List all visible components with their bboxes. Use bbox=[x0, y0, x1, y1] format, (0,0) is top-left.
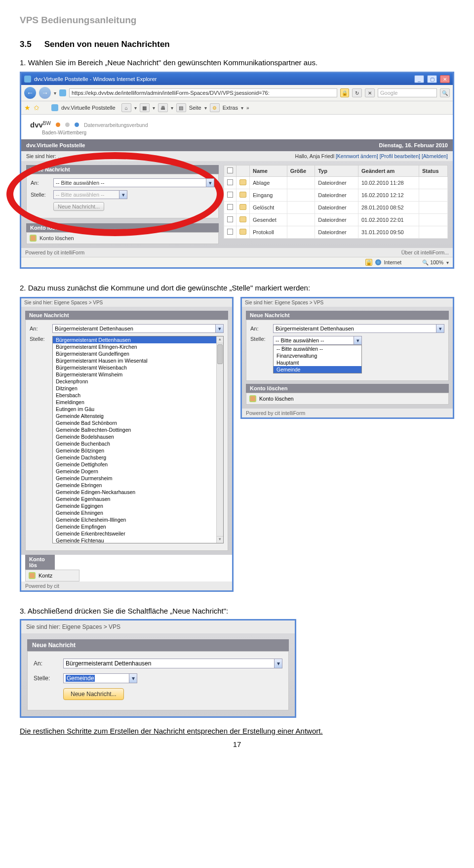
select-an[interactable]: Bürgermeisteramt Dettenhausen ▾ bbox=[273, 324, 444, 333]
dropdown-option[interactable]: Gemeinde Edingen-Neckarhausen bbox=[53, 489, 223, 496]
delete-account-row[interactable]: Konto löschen bbox=[246, 393, 449, 405]
address-bar[interactable]: https://ekp.dvvbw.de/intelliform/admin/i… bbox=[69, 88, 337, 97]
dropdown-option[interactable]: Gemeinde Durmersheim bbox=[53, 475, 223, 482]
dropdown-option[interactable]: Gemeinde Ballrechten-Dottingen bbox=[53, 426, 223, 433]
extras-menu-label[interactable]: Extras bbox=[223, 105, 238, 111]
maximize-button[interactable]: ▢ bbox=[427, 75, 437, 83]
dropdown-option[interactable]: Gemeinde Ehningen bbox=[53, 509, 223, 516]
zoom-indicator[interactable]: 🔍 100% bbox=[422, 259, 443, 266]
dropdown-option[interactable]: Eutingen im Gäu bbox=[53, 406, 223, 413]
header-checkbox[interactable] bbox=[227, 167, 233, 173]
step-3-text: 3. Abschließend drücken Sie die Schaltfl… bbox=[20, 607, 454, 615]
dropdown-option[interactable]: Gemeinde Bodelshausen bbox=[53, 433, 223, 440]
back-button[interactable]: ← bbox=[24, 87, 36, 99]
nav-dropdown-icon[interactable]: ▾ bbox=[54, 90, 56, 96]
th-size[interactable]: Größe bbox=[287, 165, 315, 177]
dropdown-option[interactable]: Ditzingen bbox=[53, 385, 223, 392]
select-stelle[interactable]: Gemeinde ▾ bbox=[63, 673, 137, 683]
delete-account-row[interactable]: Konto löschen bbox=[26, 232, 219, 244]
th-type[interactable]: Typ bbox=[315, 165, 358, 177]
print-button[interactable]: 🖶 bbox=[158, 103, 168, 112]
stop-button[interactable]: ✕ bbox=[365, 88, 375, 97]
feed-button[interactable]: ▦ bbox=[140, 103, 150, 112]
page-menu-label[interactable]: Seite bbox=[189, 105, 201, 111]
row-checkbox[interactable] bbox=[227, 229, 233, 235]
stelle-dropdown-list[interactable]: -- Bitte auswählen -- Finanzverwaltung H… bbox=[273, 345, 362, 373]
dropdown-option[interactable]: Bürgermeisteramt Dettenhausen bbox=[53, 336, 223, 343]
row-checkbox[interactable] bbox=[227, 216, 233, 222]
dropdown-option[interactable]: Eimeldingen bbox=[53, 399, 223, 406]
dropdown-option[interactable]: Gemeinde Bad Schönborn bbox=[53, 419, 223, 426]
new-message-button[interactable]: Neue Nachricht... bbox=[63, 688, 124, 700]
dropdown-option[interactable]: Gemeinde Altensteig bbox=[53, 413, 223, 419]
tab-title[interactable]: dvv.Virtuelle Poststelle bbox=[61, 105, 116, 111]
row-checkbox[interactable] bbox=[227, 192, 233, 198]
dropdown-option[interactable]: Gemeinde Egenhausen bbox=[53, 496, 223, 502]
select-an[interactable]: Bürgermeisteramt Dettenhausen ▾ bbox=[52, 324, 224, 333]
select-an[interactable]: -- Bitte auswählen -- ▾ bbox=[53, 178, 214, 187]
home-button[interactable]: ⌂ bbox=[121, 103, 131, 112]
dropdown-option[interactable]: -- Bitte auswählen -- bbox=[274, 345, 361, 352]
breadcrumb-bar: Sie sind hier: … Hallo, Anja Friedl [Ken… bbox=[21, 151, 453, 161]
new-message-button[interactable]: Neue Nachricht... bbox=[53, 202, 104, 211]
dropdown-option[interactable]: Deckenpfronn bbox=[53, 378, 223, 385]
dropdown-option[interactable]: Gemeinde Elchesheim-Illingen bbox=[53, 516, 223, 523]
dropdown-option[interactable]: Ebersbach bbox=[53, 392, 223, 399]
kommune-dropdown-list[interactable]: Bürgermeisteramt Dettenhausen Bürgermeis… bbox=[52, 336, 224, 543]
folder-icon bbox=[239, 204, 246, 210]
overflow-icon[interactable]: » bbox=[246, 105, 249, 111]
scroll-thumb[interactable] bbox=[217, 344, 223, 364]
table-row[interactable]: EingangDateiordner16.02.2010 12:12 bbox=[224, 189, 448, 202]
scrollbar[interactable]: ▴ ▾ bbox=[216, 336, 223, 543]
table-row[interactable]: GelöschtDateiordner28.01.2010 08:52 bbox=[224, 202, 448, 214]
dropdown-option[interactable]: Gemeinde Empfingen bbox=[53, 523, 223, 530]
fav-star-icon[interactable]: ★ bbox=[24, 104, 31, 112]
dropdown-option[interactable]: Finanzverwaltung bbox=[274, 352, 361, 359]
dropdown-option[interactable]: Gemeinde Dettighofen bbox=[53, 461, 223, 468]
dropdown-option[interactable]: Gemeinde Dogern bbox=[53, 468, 223, 475]
row-checkbox[interactable] bbox=[227, 179, 233, 185]
table-row[interactable]: ProtokollDateiordner31.01.2010 09:50 bbox=[224, 226, 448, 239]
dropdown-option[interactable]: Bürgermeisteramt Hausen im Wiesental bbox=[53, 357, 223, 364]
search-box[interactable]: Google bbox=[378, 88, 437, 97]
search-button[interactable]: 🔍 bbox=[440, 88, 450, 97]
about-link[interactable]: Über cit intelliForm... bbox=[401, 249, 449, 255]
ie-titlebar: dvv.Virtuelle Poststelle - Windows Inter… bbox=[21, 73, 453, 85]
scroll-up-icon[interactable]: ▴ bbox=[217, 336, 223, 343]
dropdown-option[interactable]: Gemeinde Eggingen bbox=[53, 502, 223, 509]
link-change-password[interactable]: [Kennwort ändern] bbox=[336, 153, 378, 159]
dropdown-option[interactable]: Gemeinde Fichtenau bbox=[53, 537, 223, 543]
dropdown-option[interactable]: Gemeinde Ebringen bbox=[53, 482, 223, 489]
home-dd[interactable]: ▾ bbox=[134, 105, 137, 111]
select-an[interactable]: Bürgermeisteramt Dettenhausen ▾ bbox=[63, 659, 282, 668]
th-name[interactable]: Name bbox=[250, 165, 287, 177]
dropdown-option[interactable]: Gemeinde Erkenbrechtsweiler bbox=[53, 530, 223, 537]
refresh-button[interactable]: ↻ bbox=[352, 88, 362, 97]
zoom-dropdown[interactable]: ▾ bbox=[446, 260, 449, 265]
add-fav-icon[interactable]: ✩ bbox=[34, 104, 40, 112]
dropdown-option[interactable]: Gemeinde Buchenbach bbox=[53, 440, 223, 447]
dropdown-option[interactable]: Bürgermeisteramt Wimsheim bbox=[53, 371, 223, 378]
minimize-button[interactable]: _ bbox=[414, 75, 424, 83]
close-button[interactable]: ✕ bbox=[440, 75, 450, 83]
th-status[interactable]: Status bbox=[419, 165, 447, 177]
dropdown-option[interactable]: Bürgermeisteramt Efringen-Kirchen bbox=[53, 343, 223, 350]
scroll-down-icon[interactable]: ▾ bbox=[217, 536, 223, 543]
dropdown-option[interactable]: Gemeinde Bötzingen bbox=[53, 447, 223, 454]
dropdown-option[interactable]: Gemeinde bbox=[274, 366, 361, 373]
table-row[interactable]: AblageDateiordner10.02.2010 11:28 bbox=[224, 177, 448, 189]
dropdown-option[interactable]: Hauptamt bbox=[274, 359, 361, 366]
label-an: An: bbox=[250, 326, 270, 331]
dropdown-option[interactable]: Bürgermeisteramt Gundelfingen bbox=[53, 350, 223, 357]
table-row[interactable]: GesendetDateiordner01.02.2010 22:01 bbox=[224, 214, 448, 226]
link-logout[interactable]: [Abmelden] bbox=[422, 153, 448, 159]
folder-icon bbox=[239, 179, 246, 185]
row-checkbox[interactable] bbox=[227, 204, 233, 210]
th-modified[interactable]: Geändert am bbox=[358, 165, 419, 177]
dropdown-option[interactable]: Bürgermeisteramt Weisenbach bbox=[53, 364, 223, 371]
select-stelle[interactable]: -- Bitte auswählen -- ▾ bbox=[273, 336, 362, 345]
link-edit-profile[interactable]: [Profil bearbeiten] bbox=[380, 153, 420, 159]
dropdown-option[interactable]: Gemeinde Dachsberg bbox=[53, 454, 223, 461]
forward-button[interactable]: → bbox=[39, 87, 51, 99]
select-stelle[interactable]: -- Bitte auswählen -- ▾ bbox=[53, 190, 127, 199]
